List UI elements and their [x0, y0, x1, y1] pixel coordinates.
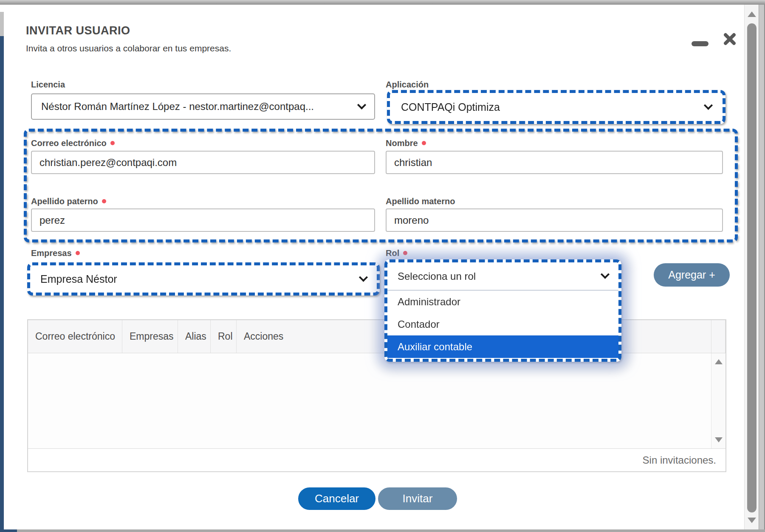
dialog-title: INVITAR USUARIO — [26, 24, 130, 37]
rol-combobox: Selecciona un rol Administrador Contador… — [384, 259, 621, 362]
apellido-materno-field[interactable] — [386, 208, 723, 232]
scroll-up-icon[interactable] — [748, 11, 756, 17]
scroll-down-icon[interactable] — [748, 518, 756, 523]
chevron-down-icon — [357, 100, 366, 109]
table-header-correo: Correo electrónico — [28, 320, 122, 353]
minimize-icon[interactable] — [692, 41, 709, 46]
table-empty-area — [28, 353, 711, 448]
table-body — [28, 353, 725, 448]
aplicacion-select[interactable]: CONTPAQi Optimiza — [387, 90, 725, 124]
window-bottom-edge-gray — [17, 529, 765, 532]
table-scroll-down-icon[interactable] — [715, 437, 723, 442]
licencia-label: Licencia — [31, 80, 65, 90]
window-left-edge-navy — [0, 36, 4, 529]
email-field[interactable] — [31, 151, 375, 174]
table-header-alias: Alias — [178, 320, 211, 353]
agregar-button[interactable]: Agregar + — [654, 263, 730, 287]
required-dot — [102, 199, 106, 203]
required-dot — [76, 251, 80, 255]
rol-placeholder: Selecciona un rol — [398, 270, 476, 282]
window-scrollbar[interactable] — [744, 5, 759, 529]
aplicacion-value: CONTPAQi Optimiza — [401, 101, 500, 113]
window-bottom-edge-navy — [0, 529, 17, 532]
licencia-value: Néstor Román Martínez López - nestor.mar… — [41, 101, 314, 113]
rol-option-administrador[interactable]: Administrador — [387, 290, 618, 313]
dialog-subtitle: Invita a otros usuarios a colaborar en t… — [26, 43, 231, 53]
email-label: Correo electrónico — [31, 138, 115, 148]
required-dot — [422, 141, 426, 145]
apellido-paterno-label: Apellido paterno — [31, 197, 106, 206]
table-footer: Sin invitaciones. — [28, 448, 725, 471]
required-dot — [110, 141, 115, 145]
empresas-value: Empresa Néstor — [40, 273, 117, 285]
scrollbar-thumb[interactable] — [747, 23, 757, 512]
empty-message: Sin invitaciones. — [643, 454, 716, 466]
chevron-down-icon — [704, 101, 713, 110]
required-dot — [403, 251, 407, 255]
table-header-empresas: Empresas — [122, 320, 178, 353]
rol-option-contador[interactable]: Contador — [387, 313, 618, 335]
invitar-button[interactable]: Invitar — [378, 487, 457, 510]
apellido-materno-label: Apellido materno — [386, 197, 455, 206]
cancel-button[interactable]: Cancelar — [298, 487, 375, 510]
empresas-label: Empresas — [31, 248, 80, 258]
nombre-field[interactable] — [386, 151, 723, 174]
apellido-paterno-field[interactable] — [31, 208, 375, 232]
table-header-scroll-spacer — [711, 320, 725, 353]
invite-user-dialog: INVITAR USUARIO Invita a otros usuarios … — [0, 0, 765, 532]
rol-select[interactable]: Selecciona un rol — [387, 262, 618, 290]
table-scrollbar[interactable] — [711, 353, 725, 448]
table-header-rol: Rol — [211, 320, 237, 353]
empresas-select[interactable]: Empresa Néstor — [27, 262, 380, 296]
close-icon[interactable] — [721, 31, 738, 48]
licencia-select[interactable]: Néstor Román Martínez López - nestor.mar… — [31, 93, 375, 120]
window-top-edge — [0, 0, 765, 5]
window-left-edge-gray — [0, 12, 4, 36]
rol-option-auxiliar-contable[interactable]: Auxiliar contable — [387, 335, 618, 358]
background-page-sliver — [759, 5, 765, 529]
table-scroll-up-icon[interactable] — [715, 359, 723, 364]
rol-label: Rol — [386, 248, 407, 258]
nombre-label: Nombre — [386, 138, 426, 148]
chevron-down-icon — [601, 270, 610, 279]
aplicacion-label: Aplicación — [386, 80, 429, 90]
invitations-table: Correo electrónico Empresas Alias Rol Ac… — [27, 319, 726, 472]
chevron-down-icon — [359, 273, 368, 281]
